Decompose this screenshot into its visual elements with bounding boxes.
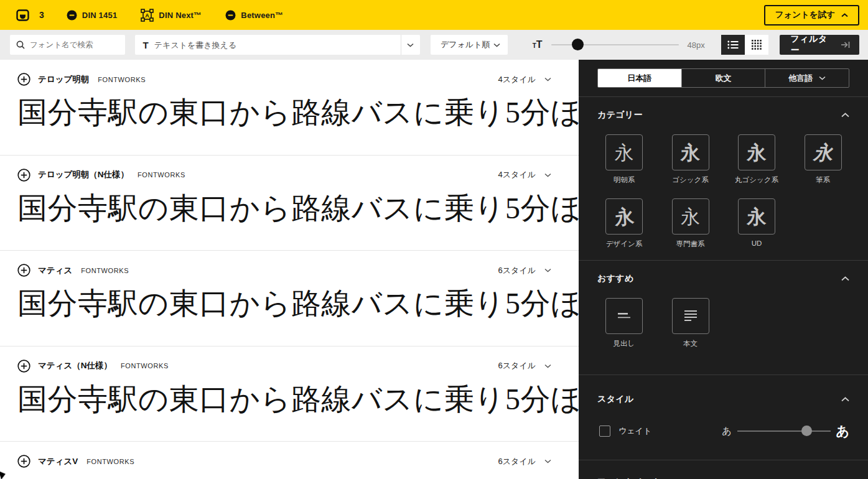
filter-panel-button[interactable]: フィルター (780, 35, 859, 55)
font-name[interactable]: マティス (38, 265, 72, 276)
category-ud[interactable]: 永 UD (738, 198, 775, 249)
category-maru-gothic[interactable]: 永 丸ゴシック系 (738, 134, 775, 185)
font-foundry: FONTWORKS (86, 458, 134, 465)
font-row-matisse: マティス FONTWORKS 6スタイル 国分寺駅の東口から路線バスに乗り5分ほ (0, 251, 579, 346)
category-tile[interactable]: 永 (738, 134, 775, 170)
recommend-tile[interactable] (605, 298, 643, 334)
font-size-control: TT 48px (533, 39, 721, 50)
chevron-up-icon (841, 13, 848, 17)
section-recommend-header[interactable]: おすすめ (597, 273, 849, 284)
chevron-up-icon[interactable] (841, 397, 849, 402)
styles-count: 4スタイル (498, 74, 536, 85)
font-search-box[interactable] (10, 35, 125, 55)
weight-slider[interactable] (737, 430, 831, 432)
styles-expander[interactable]: 4スタイル (498, 74, 551, 85)
font-preview-text[interactable]: 国分寺駅の東口から路線バスに乗り5分ほ (0, 86, 579, 139)
category-label: 筆系 (816, 175, 830, 185)
category-tile[interactable]: 永 (605, 198, 643, 235)
section-font-maker: フォントメーカー (579, 460, 868, 479)
font-preview-text[interactable]: 国分寺駅の東口から路線バスに乗り5分ほ (0, 468, 579, 479)
font-collection-tray[interactable]: 3 (16, 9, 44, 21)
styles-expander[interactable]: 4スタイル (498, 169, 551, 180)
add-to-collection-icon[interactable] (17, 73, 30, 86)
font-preview-text[interactable]: 国分寺駅の東口から路線バスに乗り5分ほ (0, 277, 579, 330)
tab-label: 日本語 (627, 73, 651, 84)
recommend-tile[interactable] (672, 298, 709, 334)
recommend-body-text[interactable]: 本文 (672, 298, 709, 348)
font-name[interactable]: マティス（N仕様） (38, 360, 112, 371)
filter-sidebar: 日本語 欧文 他言語 カテゴリー 永 明朝系 (579, 60, 868, 479)
chevron-up-icon[interactable] (841, 113, 849, 118)
try-fonts-button[interactable]: フォントを試す (764, 5, 859, 26)
minus-circle-icon[interactable] (225, 10, 236, 21)
font-size-slider[interactable] (551, 44, 679, 45)
font-preview-text[interactable]: 国分寺駅の東口から路線バスに乗り5分ほ (0, 182, 579, 235)
tab-other-languages[interactable]: 他言語 (765, 69, 849, 87)
search-input[interactable] (30, 40, 119, 49)
font-name[interactable]: テロップ明朝 (38, 74, 89, 85)
tab-latin[interactable]: 欧文 (681, 69, 765, 87)
font-foundry: FONTWORKS (121, 362, 169, 370)
font-size-slider-thumb[interactable] (572, 39, 584, 50)
recommend-tiles-row: 見出し 本文 (605, 298, 849, 348)
category-design[interactable]: 永 デザイン系 (605, 198, 643, 249)
sample-glyph: 永 (614, 205, 635, 227)
sample-glyph: 永 (681, 207, 700, 226)
category-label: デザイン系 (606, 240, 643, 249)
category-tile[interactable]: 永 (605, 134, 643, 170)
category-tile[interactable]: 永 (672, 134, 709, 170)
section-category-header[interactable]: カテゴリー (597, 109, 849, 121)
category-brush[interactable]: 永 筆系 (805, 134, 842, 185)
category-tile[interactable]: 永 (672, 198, 709, 235)
sample-text-input[interactable] (154, 40, 401, 50)
category-tile[interactable]: 永 (805, 134, 842, 170)
weight-checkbox[interactable] (599, 426, 610, 437)
tab-japanese[interactable]: 日本語 (598, 69, 681, 87)
sample-glyph: 永 (747, 207, 767, 226)
add-to-collection-icon[interactable] (17, 455, 30, 468)
styles-expander[interactable]: 6スタイル (498, 456, 551, 467)
minus-circle-icon[interactable] (67, 10, 77, 21)
sample-glyph: 永 (681, 143, 700, 162)
category-specialty[interactable]: 永 専門書系 (672, 198, 709, 249)
font-row-header: マティス FONTWORKS 6スタイル (0, 264, 579, 277)
font-preview-text[interactable]: 国分寺駅の東口から路線バスに乗り5分ほ (0, 373, 579, 426)
font-list: テロップ明朝 FONTWORKS 4スタイル 国分寺駅の東口から路線バスに乗り5… (0, 60, 579, 479)
chevron-up-icon[interactable] (841, 276, 849, 281)
try-fonts-label: フォントを試す (775, 9, 835, 21)
sample-text-dropdown-button[interactable] (401, 35, 420, 55)
section-title: フォントメーカー (597, 477, 670, 479)
grid-view-button[interactable] (745, 35, 768, 55)
selected-font-chip-din-1451[interactable]: DIN 1451 (67, 10, 118, 21)
add-to-collection-icon[interactable] (17, 264, 30, 277)
category-label: ゴシック系 (672, 175, 709, 185)
weight-min-glyph: あ (722, 426, 731, 437)
styles-expander[interactable]: 6スタイル (498, 360, 551, 371)
chip-label: Between™ (241, 11, 283, 20)
category-mincho[interactable]: 永 明朝系 (605, 134, 643, 185)
svg-text:A: A (146, 12, 150, 19)
styles-count: 6スタイル (498, 265, 536, 276)
selected-font-chip-din-next[interactable]: A DIN Next™ (141, 9, 202, 22)
font-foundry: FONTWORKS (138, 171, 185, 179)
styles-expander[interactable]: 6スタイル (498, 265, 551, 276)
category-tile[interactable]: 永 (738, 198, 775, 235)
weight-slider-thumb[interactable] (801, 426, 812, 436)
glyph-select-icon[interactable]: A (141, 9, 154, 22)
selected-font-chip-between[interactable]: Between™ (225, 10, 283, 21)
recommend-heading[interactable]: 見出し (605, 298, 643, 348)
font-name[interactable]: テロップ明朝（N仕様） (38, 169, 129, 180)
font-row-matisse-v: マティスV FONTWORKS 6スタイル 国分寺駅の東口から路線バスに乗り5分… (0, 442, 579, 479)
add-to-collection-icon[interactable] (17, 169, 30, 182)
section-font-maker-header[interactable]: フォントメーカー (597, 477, 849, 479)
main-content: テロップ明朝 FONTWORKS 4スタイル 国分寺駅の東口から路線バスに乗り5… (0, 60, 868, 479)
add-to-collection-icon[interactable] (17, 360, 30, 373)
category-gothic[interactable]: 永 ゴシック系 (672, 134, 709, 185)
section-title: カテゴリー (597, 109, 643, 121)
font-name[interactable]: マティスV (38, 456, 78, 467)
list-view-button[interactable] (721, 35, 745, 55)
styles-count: 6スタイル (498, 360, 536, 371)
sort-order-dropdown[interactable]: デフォルト順 (431, 35, 508, 55)
section-style-header[interactable]: スタイル (597, 394, 849, 405)
sample-text-box[interactable]: T (135, 35, 420, 55)
